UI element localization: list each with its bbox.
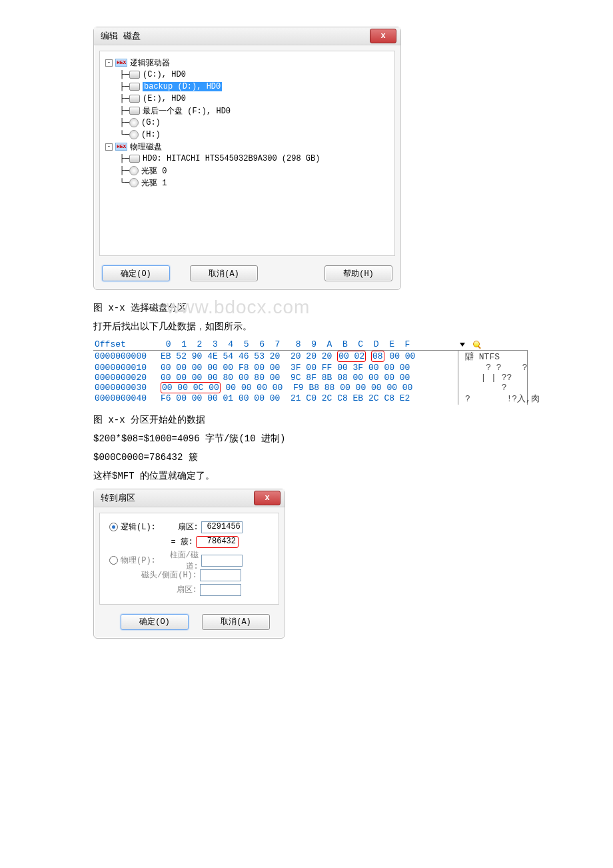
edit-disk-dialog: 编辑 磁盘 x -HEX逻辑驱动器 ├─(C:), HD0 ├─backup (… — [93, 27, 401, 290]
hex-dump: Offset 0 1 2 3 4 5 6 7 8 9 A B C D E F 0… — [93, 339, 528, 405]
ok-button[interactable]: 确定(O) — [121, 614, 189, 630]
sector-input[interactable]: 6291456 — [201, 521, 243, 533]
figure-caption-1: 图 x-x 选择磁盘分区 — [93, 302, 520, 314]
tree-root-logical[interactable]: -HEX逻辑驱动器 — [105, 57, 389, 69]
tree-item-d[interactable]: ├─backup (D:), HD0 — [105, 81, 389, 93]
hex-row: 000000001000 00 00 00 00 F8 00 00 3F 00 … — [93, 363, 528, 373]
highlight-bytes-per-sector: 00 02 — [337, 351, 366, 362]
head-input — [200, 569, 241, 581]
dialog-titlebar: 编辑 磁盘 x — [94, 27, 400, 45]
cancel-button[interactable]: 取消(A) — [202, 614, 270, 630]
help-button[interactable]: 帮助(H) — [324, 265, 392, 281]
highlight-sectors-per-cluster: 08 — [371, 351, 384, 362]
hex-header-tools — [458, 339, 528, 350]
radio-logical[interactable] — [109, 523, 118, 531]
goto-form: 逻辑(L): 扇区: 6291456 = 簇: 786432 物理(P): 柱面… — [99, 513, 279, 605]
tree-item-c[interactable]: ├─(C:), HD0 — [105, 69, 389, 81]
search-icon[interactable] — [473, 341, 481, 349]
dropdown-icon[interactable] — [460, 343, 465, 347]
tree-item-e[interactable]: ├─(E:), HD0 — [105, 93, 389, 105]
tree-item-f[interactable]: ├─最后一个盘 (F:), HD0 — [105, 105, 389, 117]
dialog-buttons: 确定(O) 取消(A) — [94, 610, 285, 638]
hex-row: 0000000030 00 00 0C 00 00 00 00 00 F9 B8… — [93, 383, 528, 393]
figure-caption-2: 图 x-x 分区开始处的数据 — [93, 414, 520, 426]
tree-item-hd0[interactable]: ├─HD0: HITACHI HTS545032B9A300 (298 GB) — [105, 153, 389, 165]
cluster-input[interactable]: 786432 — [196, 536, 239, 548]
tree-item-opt1[interactable]: └─光驱 1 — [105, 177, 389, 189]
close-button[interactable]: x — [254, 491, 281, 505]
tree-item-opt0[interactable]: ├─光驱 0 — [105, 165, 389, 177]
tree-root-physical[interactable]: -HEX物理磁盘 — [105, 141, 389, 153]
hex-row: 000000002000 00 00 00 80 00 80 00 9C 8F … — [93, 373, 528, 383]
body-text-1: 打开后找出以下几处数据，如图所示。 — [93, 321, 520, 333]
drive-tree: -HEX逻辑驱动器 ├─(C:), HD0 ├─backup (D:), HD0… — [99, 51, 395, 256]
hex-header-offset: Offset — [93, 339, 159, 350]
hex-row: 0000000040F6 00 00 00 01 00 00 00 21 C0 … — [93, 393, 528, 405]
radio-physical[interactable] — [109, 556, 118, 565]
dialog-title: 编辑 磁盘 — [101, 30, 141, 42]
hex-row: 0000000000 EB 52 90 4E 54 46 53 20 20 20… — [93, 350, 528, 363]
dialog-buttons: 确定(O) 取消(A) 帮助(H) — [94, 261, 400, 289]
body-text-4: 这样$MFT 的位置就确定了。 — [93, 470, 520, 482]
tree-item-h[interactable]: └─(H:) — [105, 129, 389, 141]
body-text-2: $200*$08=$1000=4096 字节/簇(10 进制) — [93, 433, 520, 445]
hex-header-cols: 0 1 2 3 4 5 6 7 8 9 A B C D E F — [159, 339, 458, 350]
phys-sector-input — [200, 584, 241, 596]
close-button[interactable]: x — [370, 29, 396, 43]
highlight-mft-cluster: 00 00 0C 00 — [161, 382, 221, 393]
cylinder-input — [201, 555, 243, 567]
tree-item-g[interactable]: ├─(G:) — [105, 117, 389, 129]
goto-sector-dialog: 转到扇区 x 逻辑(L): 扇区: 6291456 = 簇: 786432 物理… — [93, 489, 285, 639]
dialog-title: 转到扇区 — [101, 492, 135, 504]
ok-button[interactable]: 确定(O) — [102, 265, 170, 281]
body-text-3: $000C0000=786432 簇 — [93, 451, 520, 463]
dialog-titlebar: 转到扇区 x — [94, 489, 285, 507]
cancel-button[interactable]: 取消(A) — [190, 265, 258, 281]
